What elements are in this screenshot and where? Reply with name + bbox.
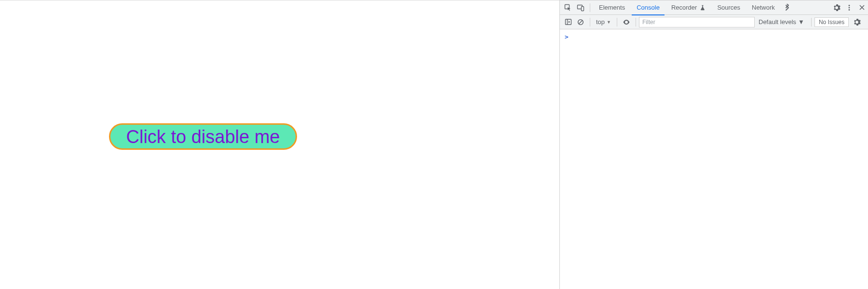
live-expression-eye-icon[interactable] [620, 16, 633, 28]
console-settings-gear-icon[interactable] [851, 16, 863, 28]
clear-console-icon[interactable] [574, 16, 587, 28]
divider [590, 18, 590, 26]
tab-label: Sources [717, 4, 740, 11]
tab-console[interactable]: Console [631, 0, 665, 15]
svg-point-4 [849, 7, 850, 8]
kebab-menu-icon[interactable] [843, 1, 855, 14]
settings-gear-icon[interactable] [830, 1, 843, 14]
issues-label: No Issues [819, 19, 844, 26]
console-prompt-caret: > [565, 33, 569, 40]
tab-label: Network [752, 4, 775, 11]
devtools-panel: Elements Console Recorder Sources Networ… [559, 0, 868, 289]
toggle-console-sidebar-icon[interactable] [562, 16, 574, 28]
issues-button[interactable]: No Issues [814, 17, 849, 27]
divider [636, 18, 636, 26]
flask-icon [700, 5, 705, 11]
svg-rect-6 [565, 19, 571, 25]
context-label: top [596, 18, 605, 26]
device-toolbar-icon[interactable] [574, 1, 587, 14]
tab-label: Console [637, 4, 660, 11]
tab-network[interactable]: Network [746, 0, 781, 15]
chevron-down-icon: ▼ [798, 18, 804, 26]
tab-sources[interactable]: Sources [711, 0, 746, 15]
svg-point-5 [849, 9, 850, 11]
svg-point-3 [849, 5, 850, 6]
log-levels-selector[interactable]: Default levels ▼ [755, 18, 808, 26]
tab-label: Recorder [671, 4, 697, 11]
chevron-down-icon: ▼ [607, 20, 611, 25]
divider [590, 3, 590, 12]
svg-line-9 [579, 20, 582, 24]
devtools-tabstrip: Elements Console Recorder Sources Networ… [560, 0, 868, 15]
divider [617, 18, 617, 26]
tab-recorder[interactable]: Recorder [665, 0, 711, 15]
disable-me-button[interactable]: Click to disable me [109, 123, 297, 150]
close-devtools-icon[interactable] [855, 1, 868, 14]
inspect-element-icon[interactable] [562, 1, 574, 14]
console-filter-input[interactable] [639, 17, 755, 27]
more-tabs-icon[interactable] [781, 1, 793, 14]
console-toolbar: top ▼ Default levels ▼ No Issues [560, 15, 868, 29]
console-output[interactable]: > [560, 29, 868, 289]
tab-label: Elements [599, 4, 625, 11]
levels-label: Default levels [759, 18, 796, 26]
tab-elements[interactable]: Elements [593, 0, 631, 15]
divider [811, 18, 812, 26]
page-viewport: Click to disable me [0, 0, 559, 289]
svg-rect-2 [582, 6, 584, 11]
svg-point-10 [626, 21, 627, 23]
execution-context-selector[interactable]: top ▼ [593, 18, 614, 26]
